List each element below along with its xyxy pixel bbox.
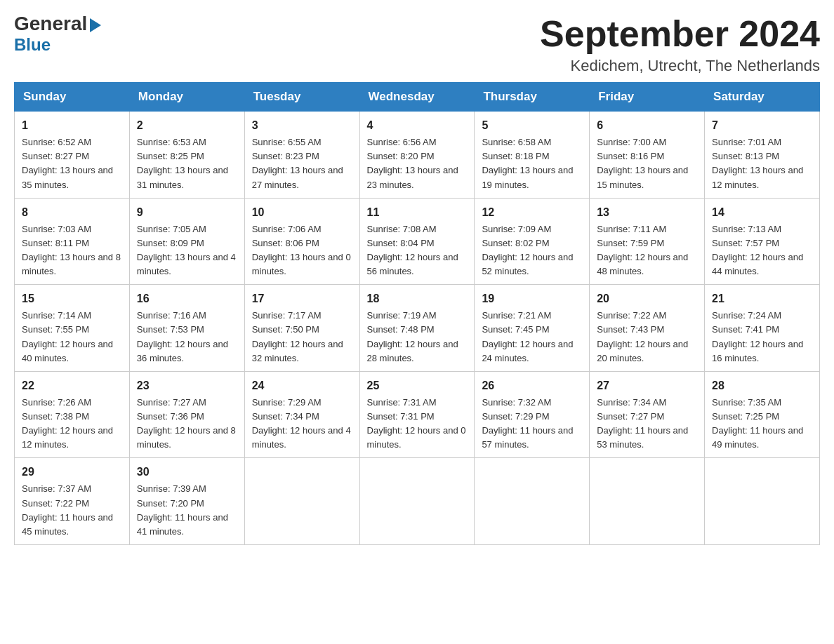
day-info: Sunrise: 7:35 AMSunset: 7:25 PMDaylight:…	[712, 396, 812, 452]
calendar-week-4: 22Sunrise: 7:26 AMSunset: 7:38 PMDayligh…	[15, 371, 820, 458]
calendar-cell	[359, 458, 475, 545]
day-info: Sunrise: 7:21 AMSunset: 7:45 PMDaylight:…	[482, 309, 582, 365]
calendar-cell	[705, 458, 820, 545]
day-info: Sunrise: 7:08 AMSunset: 8:04 PMDaylight:…	[367, 222, 468, 279]
day-number: 5	[482, 117, 582, 134]
calendar-cell: 20Sunrise: 7:22 AMSunset: 7:43 PMDayligh…	[590, 285, 705, 372]
calendar-cell: 27Sunrise: 7:34 AMSunset: 7:27 PMDayligh…	[590, 371, 705, 458]
day-info: Sunrise: 7:34 AMSunset: 7:27 PMDaylight:…	[597, 396, 697, 452]
day-number: 3	[252, 117, 352, 134]
calendar-cell: 7Sunrise: 7:01 AMSunset: 8:13 PMDaylight…	[705, 112, 820, 199]
day-info: Sunrise: 7:37 AMSunset: 7:22 PMDaylight:…	[22, 482, 122, 539]
day-number: 23	[137, 377, 237, 394]
weekday-header-tuesday: Tuesday	[244, 83, 359, 112]
day-number: 13	[597, 204, 697, 221]
weekday-header-sunday: Sunday	[15, 83, 130, 112]
day-number: 11	[367, 204, 468, 221]
calendar-cell: 1Sunrise: 6:52 AMSunset: 8:27 PMDaylight…	[15, 112, 130, 199]
weekday-header-row: SundayMondayTuesdayWednesdayThursdayFrid…	[15, 83, 820, 112]
calendar-cell: 10Sunrise: 7:06 AMSunset: 8:06 PMDayligh…	[244, 198, 359, 285]
calendar-cell: 24Sunrise: 7:29 AMSunset: 7:34 PMDayligh…	[244, 371, 359, 458]
weekday-header-saturday: Saturday	[705, 83, 820, 112]
day-number: 25	[367, 377, 468, 394]
day-number: 12	[482, 204, 582, 221]
day-info: Sunrise: 7:39 AMSunset: 7:20 PMDaylight:…	[137, 482, 237, 539]
day-number: 20	[597, 290, 697, 307]
calendar-cell: 12Sunrise: 7:09 AMSunset: 8:02 PMDayligh…	[475, 198, 590, 285]
logo: General Blue	[14, 14, 101, 55]
calendar-cell: 14Sunrise: 7:13 AMSunset: 7:57 PMDayligh…	[705, 198, 820, 285]
day-number: 8	[22, 204, 122, 221]
day-info: Sunrise: 6:55 AMSunset: 8:23 PMDaylight:…	[252, 135, 352, 192]
title-section: September 2024 Kedichem, Utrecht, The Ne…	[540, 14, 820, 75]
day-info: Sunrise: 6:58 AMSunset: 8:18 PMDaylight:…	[482, 135, 582, 192]
calendar-cell: 22Sunrise: 7:26 AMSunset: 7:38 PMDayligh…	[15, 371, 130, 458]
day-number: 30	[137, 464, 237, 481]
calendar-cell: 29Sunrise: 7:37 AMSunset: 7:22 PMDayligh…	[15, 458, 130, 545]
calendar-cell: 28Sunrise: 7:35 AMSunset: 7:25 PMDayligh…	[705, 371, 820, 458]
day-number: 2	[137, 117, 237, 134]
day-number: 4	[367, 117, 468, 134]
day-info: Sunrise: 7:09 AMSunset: 8:02 PMDaylight:…	[482, 222, 582, 279]
day-info: Sunrise: 7:26 AMSunset: 7:38 PMDaylight:…	[22, 396, 122, 452]
day-info: Sunrise: 6:52 AMSunset: 8:27 PMDaylight:…	[22, 135, 122, 192]
calendar-week-1: 1Sunrise: 6:52 AMSunset: 8:27 PMDaylight…	[15, 112, 820, 199]
day-number: 28	[712, 377, 812, 394]
calendar-cell: 15Sunrise: 7:14 AMSunset: 7:55 PMDayligh…	[15, 285, 130, 372]
calendar-cell: 2Sunrise: 6:53 AMSunset: 8:25 PMDaylight…	[129, 112, 244, 199]
day-info: Sunrise: 7:31 AMSunset: 7:31 PMDaylight:…	[367, 396, 468, 452]
day-info: Sunrise: 7:05 AMSunset: 8:09 PMDaylight:…	[137, 222, 237, 279]
day-info: Sunrise: 7:11 AMSunset: 7:59 PMDaylight:…	[597, 222, 697, 279]
weekday-header-friday: Friday	[590, 83, 705, 112]
day-number: 24	[252, 377, 352, 394]
day-info: Sunrise: 7:00 AMSunset: 8:16 PMDaylight:…	[597, 135, 697, 192]
day-number: 7	[712, 117, 812, 134]
day-info: Sunrise: 7:24 AMSunset: 7:41 PMDaylight:…	[712, 309, 812, 365]
day-info: Sunrise: 7:01 AMSunset: 8:13 PMDaylight:…	[712, 135, 812, 192]
calendar-cell: 23Sunrise: 7:27 AMSunset: 7:36 PMDayligh…	[129, 371, 244, 458]
day-number: 27	[597, 377, 697, 394]
day-info: Sunrise: 6:56 AMSunset: 8:20 PMDaylight:…	[367, 135, 468, 192]
weekday-header-monday: Monday	[129, 83, 244, 112]
calendar-cell: 19Sunrise: 7:21 AMSunset: 7:45 PMDayligh…	[475, 285, 590, 372]
calendar-cell: 4Sunrise: 6:56 AMSunset: 8:20 PMDaylight…	[359, 112, 475, 199]
day-info: Sunrise: 6:53 AMSunset: 8:25 PMDaylight:…	[137, 135, 237, 192]
day-number: 26	[482, 377, 582, 394]
page-header: General Blue September 2024 Kedichem, Ut…	[14, 14, 820, 75]
day-info: Sunrise: 7:03 AMSunset: 8:11 PMDaylight:…	[22, 222, 122, 279]
calendar-cell: 30Sunrise: 7:39 AMSunset: 7:20 PMDayligh…	[129, 458, 244, 545]
day-number: 6	[597, 117, 697, 134]
day-info: Sunrise: 7:19 AMSunset: 7:48 PMDaylight:…	[367, 309, 468, 365]
calendar-cell	[244, 458, 359, 545]
calendar-cell: 26Sunrise: 7:32 AMSunset: 7:29 PMDayligh…	[475, 371, 590, 458]
calendar-cell: 25Sunrise: 7:31 AMSunset: 7:31 PMDayligh…	[359, 371, 475, 458]
weekday-header-wednesday: Wednesday	[359, 83, 475, 112]
day-info: Sunrise: 7:29 AMSunset: 7:34 PMDaylight:…	[252, 396, 352, 452]
calendar-cell	[590, 458, 705, 545]
day-info: Sunrise: 7:16 AMSunset: 7:53 PMDaylight:…	[137, 309, 237, 365]
calendar-cell: 11Sunrise: 7:08 AMSunset: 8:04 PMDayligh…	[359, 198, 475, 285]
day-number: 9	[137, 204, 237, 221]
day-number: 18	[367, 290, 468, 307]
day-info: Sunrise: 7:06 AMSunset: 8:06 PMDaylight:…	[252, 222, 352, 279]
calendar-cell: 21Sunrise: 7:24 AMSunset: 7:41 PMDayligh…	[705, 285, 820, 372]
calendar-cell: 13Sunrise: 7:11 AMSunset: 7:59 PMDayligh…	[590, 198, 705, 285]
day-info: Sunrise: 7:14 AMSunset: 7:55 PMDaylight:…	[22, 309, 122, 365]
day-info: Sunrise: 7:17 AMSunset: 7:50 PMDaylight:…	[252, 309, 352, 365]
day-number: 19	[482, 290, 582, 307]
day-number: 21	[712, 290, 812, 307]
month-year-title: September 2024	[540, 14, 820, 54]
day-number: 15	[22, 290, 122, 307]
day-info: Sunrise: 7:32 AMSunset: 7:29 PMDaylight:…	[482, 396, 582, 452]
day-number: 14	[712, 204, 812, 221]
day-info: Sunrise: 7:13 AMSunset: 7:57 PMDaylight:…	[712, 222, 812, 279]
calendar-week-2: 8Sunrise: 7:03 AMSunset: 8:11 PMDaylight…	[15, 198, 820, 285]
calendar-cell: 8Sunrise: 7:03 AMSunset: 8:11 PMDaylight…	[15, 198, 130, 285]
calendar-cell	[475, 458, 590, 545]
logo-general-text: General	[14, 14, 101, 34]
day-info: Sunrise: 7:27 AMSunset: 7:36 PMDaylight:…	[137, 396, 237, 452]
day-number: 16	[137, 290, 237, 307]
day-number: 1	[22, 117, 122, 134]
calendar-table: SundayMondayTuesdayWednesdayThursdayFrid…	[14, 82, 820, 545]
calendar-cell: 16Sunrise: 7:16 AMSunset: 7:53 PMDayligh…	[129, 285, 244, 372]
